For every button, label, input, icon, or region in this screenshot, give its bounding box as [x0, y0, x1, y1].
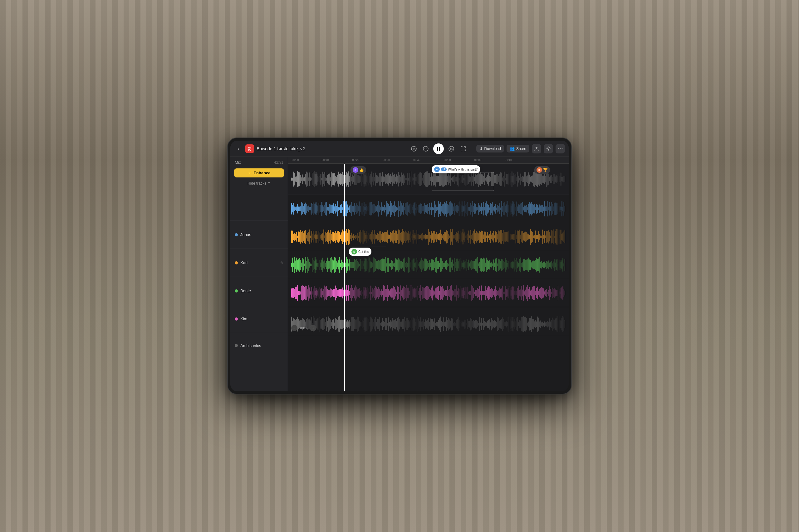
- svg-rect-1179: [332, 290, 333, 297]
- timeline-area: 00:00 00:10 00:20 00:30 00:40 00:50 01:0…: [288, 157, 569, 391]
- svg-rect-1005: [436, 257, 437, 272]
- cut-this-comment[interactable]: B Cut this: [349, 246, 386, 248]
- svg-rect-1556: [427, 320, 428, 329]
- svg-rect-230: [504, 172, 504, 187]
- svg-rect-764: [474, 229, 475, 244]
- svg-rect-1033: [464, 260, 465, 270]
- svg-rect-805: [515, 233, 515, 240]
- svg-rect-747: [458, 230, 458, 243]
- cut-this-bubble[interactable]: B Cut this: [349, 248, 371, 256]
- comment-question-bubble[interactable]: A +2 What's with this part?: [432, 165, 480, 173]
- svg-rect-1445: [319, 318, 319, 330]
- svg-rect-1142: [296, 287, 297, 299]
- hide-tracks-button[interactable]: Hide tracks ⌃: [230, 180, 288, 188]
- svg-rect-1622: [492, 320, 493, 329]
- svg-rect-544: [533, 205, 534, 213]
- svg-rect-100: [376, 175, 377, 183]
- svg-rect-844: [553, 229, 553, 244]
- svg-rect-477: [468, 202, 468, 216]
- svg-rect-1475: [348, 322, 349, 327]
- svg-rect-568: [557, 203, 558, 214]
- svg-rect-79: [356, 173, 357, 186]
- comment-marker-right[interactable]: R 🏆: [534, 166, 550, 174]
- kim-track-row: [288, 279, 569, 307]
- svg-rect-1125: [554, 259, 554, 271]
- svg-rect-86: [363, 174, 363, 184]
- tracks-container[interactable]: J 👍 A +2 What's wi: [288, 164, 569, 391]
- svg-rect-1265: [417, 288, 417, 298]
- ambisonics-waveform: [291, 316, 565, 333]
- chevron-up-icon: ⌃: [268, 181, 271, 186]
- svg-rect-80: [357, 175, 357, 183]
- svg-rect-1290: [441, 287, 442, 299]
- svg-rect-1657: [526, 318, 527, 330]
- sidebar-item-jonas: Jonas: [230, 221, 288, 249]
- svg-rect-769: [479, 231, 480, 243]
- svg-rect-341: [334, 206, 335, 211]
- svg-rect-817: [526, 232, 527, 241]
- svg-rect-117: [393, 175, 394, 184]
- svg-rect-1505: [377, 319, 378, 329]
- svg-rect-788: [498, 230, 498, 243]
- comment-thumb[interactable]: J 👍: [350, 166, 366, 174]
- svg-rect-344: [338, 201, 338, 216]
- svg-rect-1247: [399, 291, 399, 294]
- svg-rect-329: [322, 205, 323, 212]
- back-button[interactable]: ‹: [234, 145, 243, 153]
- svg-rect-836: [545, 235, 546, 238]
- fit-button[interactable]: [459, 145, 468, 153]
- svg-rect-252: [525, 172, 526, 186]
- svg-rect-133: [409, 173, 410, 185]
- svg-rect-896: [329, 261, 330, 268]
- svg-rect-1196: [349, 291, 349, 295]
- svg-rect-581: [295, 234, 296, 240]
- svg-rect-1373: [523, 290, 523, 297]
- svg-rect-70: [347, 173, 348, 185]
- svg-rect-712: [423, 235, 424, 239]
- kari-edit-icon[interactable]: ✎: [280, 261, 284, 265]
- svg-rect-786: [496, 232, 496, 242]
- svg-rect-63: [340, 173, 341, 185]
- svg-rect-1319: [469, 291, 470, 296]
- svg-rect-941: [374, 257, 374, 272]
- rewind-button[interactable]: 15: [410, 145, 418, 153]
- svg-rect-1233: [385, 289, 386, 297]
- svg-rect-646: [359, 232, 360, 242]
- svg-rect-543: [532, 204, 533, 214]
- volume-decrease-button[interactable]: −: [291, 325, 297, 331]
- svg-rect-750: [461, 233, 461, 241]
- svg-rect-20: [298, 172, 299, 187]
- skip-back-button[interactable]: 15: [421, 145, 430, 153]
- svg-rect-1489: [362, 320, 362, 328]
- svg-rect-27: [305, 174, 306, 184]
- svg-rect-591: [305, 230, 306, 244]
- svg-rect-540: [529, 202, 530, 215]
- svg-rect-579: [293, 234, 294, 240]
- svg-rect-356: [349, 206, 349, 212]
- enhance-button[interactable]: ⚡ Enhance: [234, 168, 284, 177]
- svg-rect-761: [472, 235, 472, 239]
- svg-rect-1624: [494, 320, 495, 328]
- profile-button[interactable]: [532, 144, 541, 153]
- svg-rect-1468: [341, 320, 342, 329]
- svg-rect-626: [339, 232, 340, 241]
- svg-rect-1327: [477, 288, 478, 298]
- svg-rect-728: [439, 233, 440, 241]
- svg-rect-1365: [515, 291, 515, 295]
- volume-increase-button[interactable]: +: [310, 325, 316, 331]
- svg-rect-310: [304, 204, 305, 214]
- svg-rect-392: [384, 205, 385, 213]
- svg-rect-514: [504, 202, 504, 215]
- svg-rect-1500: [373, 319, 373, 329]
- svg-rect-706: [418, 234, 418, 240]
- svg-rect-378: [370, 202, 371, 216]
- share-button[interactable]: 👥 Share: [507, 145, 529, 152]
- svg-rect-1271: [423, 287, 423, 299]
- skip-forward-button[interactable]: 15: [447, 145, 456, 153]
- more-button[interactable]: [556, 144, 565, 153]
- svg-rect-539: [528, 204, 529, 213]
- svg-rect-1659: [528, 322, 529, 327]
- settings-button[interactable]: [544, 144, 553, 153]
- download-button[interactable]: ⬇ Download: [476, 145, 504, 152]
- pause-button[interactable]: [433, 144, 444, 154]
